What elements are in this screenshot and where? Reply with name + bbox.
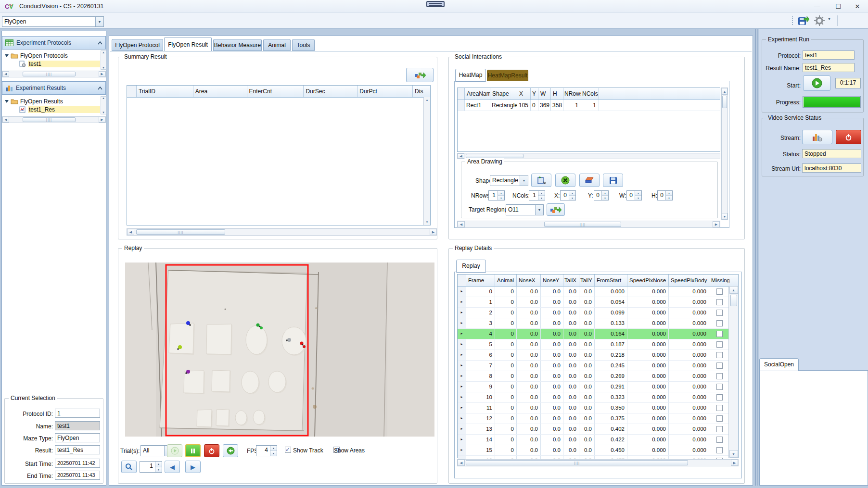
social-grid[interactable]: AreaName Shape X Y W H NRows NCols Rect1… — [457, 88, 720, 152]
save-areas-button[interactable] — [603, 174, 623, 187]
scrollbar-thumb[interactable] — [23, 72, 76, 76]
missing-checkbox[interactable] — [716, 331, 723, 337]
profile-select[interactable]: FlyOpen ▼ — [2, 16, 104, 27]
tree-expander-icon[interactable] — [5, 100, 9, 103]
protocols-tree-hscrollbar[interactable]: ◀ ▶ — [2, 71, 106, 77]
y-stepper[interactable]: 0▲▼ — [594, 190, 609, 200]
window-drag-handle[interactable] — [426, 1, 445, 7]
table-row[interactable]: ▸800.00.00.00.00.2690.0000.000 — [458, 371, 738, 382]
missing-checkbox[interactable] — [716, 373, 723, 379]
table-row[interactable]: ▸600.00.00.00.00.2180.0000.000 — [458, 350, 738, 361]
tab-behavior-measure[interactable]: Behavior Measure — [213, 39, 262, 51]
chevron-up-icon[interactable] — [98, 87, 102, 90]
start-time-field[interactable]: 20250701 11:42 — [55, 459, 100, 468]
save-export-button[interactable] — [796, 14, 811, 27]
result-name-field[interactable]: test1_Res — [803, 63, 855, 72]
missing-checkbox[interactable] — [716, 341, 723, 348]
scroll-left-icon[interactable]: ◀ — [2, 117, 9, 123]
tab-flyopen-protocol[interactable]: FlyOpen Protocol — [112, 39, 163, 51]
table-row[interactable]: ▸1200.00.00.00.00.3750.0000.000 — [458, 413, 738, 424]
stop-button[interactable] — [204, 444, 219, 457]
scroll-right-icon[interactable]: ▶ — [99, 117, 105, 123]
missing-checkbox[interactable] — [716, 310, 723, 316]
results-panel-header[interactable]: Experiment Results — [2, 81, 106, 95]
h-stepper[interactable]: 0▲▼ — [657, 190, 673, 200]
export-summary-button[interactable] — [406, 68, 434, 82]
results-tree-hscrollbar[interactable]: ◀ ▶ — [2, 116, 106, 123]
replay-details-vscrollbar[interactable]: ▲ ▼ — [728, 286, 738, 458]
close-button[interactable]: ✕ — [848, 0, 867, 13]
x-stepper[interactable]: 0▲▼ — [560, 190, 576, 200]
social-vscrollbar[interactable]: ▲ ▼ — [721, 88, 728, 220]
tree-node-flyopen-protocols[interactable]: FlyOpen Protocols — [5, 51, 99, 60]
reset-button[interactable] — [223, 444, 238, 457]
missing-checkbox[interactable] — [716, 299, 723, 305]
table-row[interactable]: ▸1100.00.00.00.00.3500.0000.000 — [458, 403, 738, 413]
pause-button[interactable] — [185, 444, 201, 457]
next-frame-button[interactable]: ▶ — [185, 461, 201, 473]
table-row[interactable]: ▸1400.00.00.00.00.4220.0000.000 — [458, 435, 738, 445]
maximize-button[interactable]: ☐ — [829, 0, 848, 13]
chevron-up-icon[interactable] — [98, 41, 102, 45]
table-row[interactable]: ▸400.00.00.00.00.1640.0000.000 — [458, 329, 738, 339]
scrollbar-thumb[interactable] — [23, 117, 76, 122]
tab-tools[interactable]: Tools — [292, 39, 315, 51]
summary-grid-hscrollbar[interactable]: ◀ ▶ — [127, 228, 437, 236]
settings-button[interactable] — [812, 14, 827, 27]
scroll-right-icon[interactable]: ▶ — [99, 71, 105, 77]
missing-checkbox[interactable] — [716, 394, 723, 400]
tab-heatmap[interactable]: HeatMap — [455, 69, 486, 82]
scrollbar-thumb[interactable] — [544, 222, 621, 227]
end-time-field[interactable]: 20250701 11:43 — [55, 471, 100, 480]
minimize-button[interactable]: — — [807, 0, 827, 13]
frame-stepper[interactable]: 1▲▼ — [140, 461, 162, 473]
summary-grid-vscrollbar[interactable]: ▲▼ — [423, 97, 430, 225]
chevron-down-icon[interactable]: ▼ — [535, 205, 543, 215]
results-tree-vscrollbar[interactable]: ▲▼ — [101, 96, 106, 114]
tab-animal[interactable]: Animal — [263, 39, 291, 51]
missing-checkbox[interactable] — [716, 405, 723, 411]
chevron-down-icon[interactable]: ▼ — [95, 17, 103, 26]
protocol-field[interactable]: test1 — [803, 50, 855, 60]
prev-frame-button[interactable]: ◀ — [165, 461, 180, 473]
scroll-down-icon[interactable]: ▼ — [722, 213, 728, 220]
table-row[interactable]: ▸000.00.00.00.00.0000.0000.000 — [458, 287, 738, 297]
fps-stepper[interactable]: 4▲▼ — [256, 445, 277, 456]
stream-uri-field[interactable]: localhost:8030 — [802, 163, 861, 173]
nrows-stepper[interactable]: 1▲▼ — [488, 190, 505, 200]
scrollbar-thumb[interactable] — [466, 154, 523, 158]
show-track-checkbox[interactable] — [285, 447, 291, 453]
scroll-left-icon[interactable]: ◀ — [458, 221, 465, 227]
tree-item-test1-res[interactable]: test1_Res — [19, 105, 100, 113]
table-row[interactable]: ▸900.00.00.00.00.2910.0000.000 — [458, 382, 738, 392]
scroll-right-icon[interactable]: ▶ — [731, 460, 738, 466]
export-regions-button[interactable] — [547, 203, 565, 216]
table-row[interactable]: ▸1500.00.00.00.00.4500.0000.000 — [458, 445, 738, 456]
draw-area-button[interactable] — [531, 174, 551, 187]
table-row[interactable]: ▸1300.00.00.00.00.4020.0000.000 — [458, 424, 738, 435]
scrollbar-thumb[interactable] — [730, 295, 737, 306]
target-regions-select[interactable]: O11 ▼ — [506, 204, 544, 215]
protocols-tree-vscrollbar[interactable]: ▲▼ — [101, 50, 106, 70]
tab-heatmapresult[interactable]: HeatMapResult — [487, 70, 528, 81]
protocols-panel-header[interactable]: Experiment Protocols — [2, 36, 106, 50]
missing-checkbox[interactable] — [716, 426, 723, 432]
table-row[interactable]: Rect1 Rectangle 105 0 369 358 1 1 — [458, 100, 720, 111]
scrollbar-thumb[interactable] — [722, 96, 727, 108]
tree-item-test1[interactable]: test1 — [19, 60, 100, 68]
toolbar-overflow-chevron-icon[interactable]: ▼ — [828, 17, 831, 21]
scrollbar-thumb[interactable] — [466, 460, 688, 465]
tree-expander-icon[interactable] — [5, 54, 9, 57]
scroll-up-icon[interactable]: ▲ — [729, 286, 738, 294]
missing-checkbox[interactable] — [716, 363, 723, 369]
scrollbar-thumb[interactable] — [136, 229, 225, 235]
clear-areas-button[interactable] — [555, 174, 575, 187]
scroll-right-icon[interactable]: ▶ — [430, 229, 437, 235]
tree-node-flyopen-results[interactable]: FlyOpen Results — [5, 97, 99, 105]
replay-details-hscrollbar[interactable]: ◀ ▶ — [457, 459, 739, 466]
splitter[interactable] — [755, 29, 756, 486]
scroll-down-icon[interactable]: ▼ — [729, 450, 738, 458]
scroll-right-icon[interactable]: ▶ — [713, 221, 720, 227]
table-row[interactable]: ▸700.00.00.00.00.2450.0000.000 — [458, 361, 738, 371]
search-frame-button[interactable] — [121, 461, 137, 473]
